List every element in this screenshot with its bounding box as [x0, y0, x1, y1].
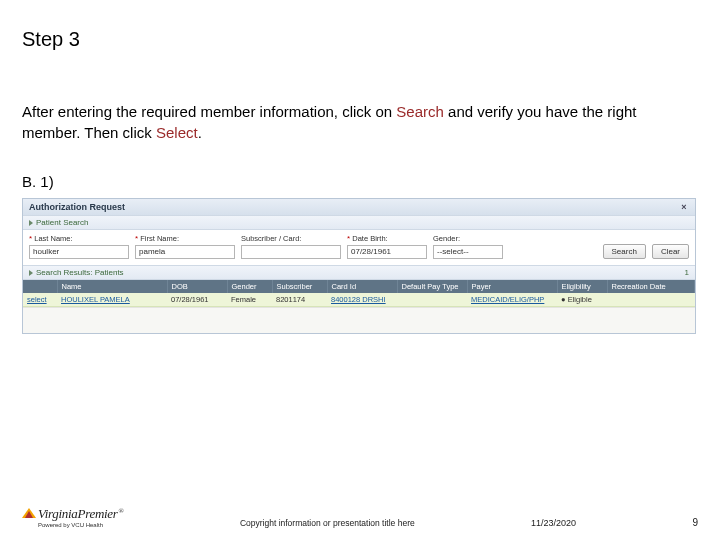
cell-payer[interactable]: MEDICAID/ELIG/PHP — [467, 293, 557, 307]
close-icon[interactable]: × — [679, 202, 689, 212]
col-gender: Gender — [227, 280, 272, 293]
authorization-request-panel: Authorization Request × Patient Search *… — [22, 198, 696, 334]
col-subscriber: Subscriber — [272, 280, 327, 293]
table-empty-area — [23, 307, 695, 333]
col-select — [23, 280, 57, 293]
last-name-input[interactable]: houlker — [29, 245, 129, 259]
search-button[interactable]: Search — [603, 244, 646, 259]
results-count: 1 — [685, 268, 689, 277]
section-label: Patient Search — [36, 218, 88, 227]
first-name-label: * First Name: — [135, 234, 235, 243]
cell-cardid[interactable]: 8400128 DRSHI — [327, 293, 397, 307]
patient-search-section[interactable]: Patient Search — [23, 215, 695, 230]
search-form: * Last Name: houlker * First Name: pamel… — [23, 230, 695, 265]
sub-step-label: B. 1) — [22, 173, 698, 190]
instruction-post: . — [198, 124, 202, 141]
instruction-pre: After entering the required member infor… — [22, 103, 396, 120]
footer-date: 11/23/2020 — [531, 518, 576, 528]
last-name-label: * Last Name: — [29, 234, 129, 243]
table-row: select HOULIXEL PAMELA 07/28/1961 Female… — [23, 293, 695, 307]
copyright-text: Copyright information or presentation ti… — [240, 518, 415, 528]
brand-logo: VirginiaPremier® Powered by VCU Health — [22, 504, 124, 528]
keyword-select: Select — [156, 124, 198, 141]
chevron-right-icon — [29, 270, 33, 276]
gender-label: Gender: — [433, 234, 503, 243]
col-recdate: Recreation Date — [607, 280, 695, 293]
results-label: Search Results: Patients — [36, 268, 124, 277]
table-header-row: Name DOB Gender Subscriber Card Id Defau… — [23, 280, 695, 293]
col-cardid: Card Id — [327, 280, 397, 293]
col-name: Name — [57, 280, 167, 293]
subscriber-label: Subscriber / Card: — [241, 234, 341, 243]
subscriber-input[interactable] — [241, 245, 341, 259]
search-results-section[interactable]: Search Results: Patients 1 — [23, 265, 695, 280]
brand-text: VirginiaPremier® — [38, 506, 124, 522]
cell-eligibility: ● Eligible — [557, 293, 607, 307]
first-name-input[interactable]: pamela — [135, 245, 235, 259]
results-table: Name DOB Gender Subscriber Card Id Defau… — [23, 280, 695, 307]
panel-title: Authorization Request — [29, 202, 125, 212]
brand-tagline: Powered by VCU Health — [38, 522, 103, 528]
slide-footer: VirginiaPremier® Powered by VCU Health C… — [22, 504, 698, 528]
clear-button[interactable]: Clear — [652, 244, 689, 259]
cell-dob: 07/28/1961 — [167, 293, 227, 307]
slide-title: Step 3 — [22, 28, 698, 51]
dob-input[interactable]: 07/28/1961 — [347, 245, 427, 259]
keyword-search: Search — [396, 103, 444, 120]
col-eligibility: Eligibility — [557, 280, 607, 293]
cell-subscriber: 8201174 — [272, 293, 327, 307]
cell-recdate — [607, 293, 695, 307]
dob-label: * Date Birth: — [347, 234, 427, 243]
cell-name[interactable]: HOULIXEL PAMELA — [57, 293, 167, 307]
select-link[interactable]: select — [23, 293, 57, 307]
gender-select[interactable]: --select-- — [433, 245, 503, 259]
cell-gender: Female — [227, 293, 272, 307]
col-paytype: Default Pay Type — [397, 280, 467, 293]
cell-paytype — [397, 293, 467, 307]
page-number: 9 — [692, 517, 698, 528]
chevron-right-icon — [29, 220, 33, 226]
instruction-text: After entering the required member infor… — [22, 101, 682, 143]
col-dob: DOB — [167, 280, 227, 293]
panel-header: Authorization Request × — [23, 199, 695, 215]
logo-mark-icon — [22, 504, 36, 518]
col-payer: Payer — [467, 280, 557, 293]
